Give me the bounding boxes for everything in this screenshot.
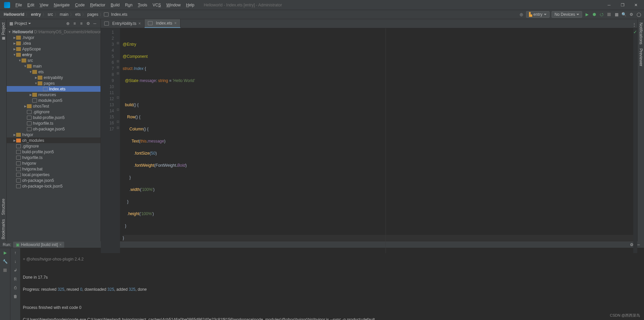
run-toolbar-left2: ↑ ↓ ↲ ⎘ ⎙ 🗑 — [10, 248, 20, 320]
tree-item[interactable]: module.json5 — [7, 97, 100, 103]
run-button[interactable]: ▶ — [584, 12, 590, 17]
device-dropdown[interactable]: No Devices — [552, 11, 582, 18]
left-tool-strip: ▦ Project Structure Bookmarks — [0, 19, 7, 241]
menu-run[interactable]: Run — [122, 3, 135, 7]
tree-item[interactable]: .gitignore — [7, 143, 100, 149]
tree-item[interactable]: ets — [7, 69, 100, 75]
maximize-button[interactable]: ❐ — [616, 1, 629, 9]
menu-code[interactable]: Code — [72, 3, 87, 7]
menu-vcs[interactable]: VCS — [150, 3, 164, 7]
panel-title: Project — [14, 21, 27, 26]
collapse-all-icon[interactable]: ≡ — [78, 21, 84, 27]
run-tab[interactable]: ▣Helloworld [build init]× — [13, 242, 64, 248]
tree-item[interactable]: oh_modules — [7, 137, 100, 143]
breadcrumb[interactable]: entry — [30, 12, 42, 17]
tree-item[interactable]: .hvigor — [7, 35, 100, 40]
close-icon[interactable]: × — [59, 242, 62, 247]
ets-file-icon — [148, 21, 153, 25]
fold-gutter[interactable]: ⊟⊟⊟⊟⊡⊡⊡⊡ — [116, 28, 120, 253]
bookmarks-tool-button[interactable]: Bookmarks — [1, 217, 6, 241]
ts-file-icon — [104, 22, 109, 26]
tree-item[interactable]: build-profile.json5 — [7, 149, 100, 155]
print-icon[interactable]: ⎙ — [12, 284, 19, 291]
tree-item[interactable]: hvigorw — [7, 160, 100, 166]
error-stripe[interactable]: ✓ — [633, 28, 637, 253]
console-output[interactable]: + @ohos/hvigor-ohos-plugin 2.4.2 Done in… — [20, 248, 644, 320]
tree-item[interactable]: oh-package.json5 — [7, 126, 100, 132]
close-icon[interactable]: × — [138, 21, 141, 26]
editor-area: EntryAbility.ts× Index.ets× ⋮ 1234567891… — [101, 19, 637, 241]
panel-settings-icon[interactable]: ⚙ — [85, 21, 91, 27]
tab-entryability[interactable]: EntryAbility.ts× — [101, 19, 145, 28]
tree-item[interactable]: ohosTest — [7, 103, 100, 109]
breadcrumb[interactable]: Helloworld — [3, 12, 25, 17]
breadcrumb[interactable]: pages — [86, 12, 99, 17]
hide-panel-icon[interactable]: ─ — [92, 21, 98, 27]
device-manager-icon[interactable]: ▦ — [614, 12, 619, 17]
target-icon[interactable]: ◎ — [519, 12, 524, 17]
breadcrumb[interactable]: src — [47, 12, 54, 17]
coverage-button[interactable]: ⭯ — [599, 12, 604, 17]
code-editor[interactable]: 1234567891011121314151617 ⊟⊟⊟⊟⊡⊡⊡⊡ @Entr… — [101, 28, 637, 253]
editor-menu-icon[interactable]: ⋮ — [631, 22, 637, 28]
tree-item[interactable]: resources — [7, 92, 100, 97]
tree-item[interactable]: oh-package.json5 — [7, 177, 100, 183]
up-icon[interactable]: ↑ — [12, 249, 19, 256]
tree-item[interactable]: hvigorfile.ts — [7, 155, 100, 160]
tree-item[interactable]: hvigorfile.ts — [7, 120, 100, 126]
tree-item[interactable]: AppScope — [7, 46, 100, 52]
structure-tool-button[interactable]: Structure — [1, 197, 6, 217]
tree-item[interactable]: src — [7, 57, 100, 63]
stop-button[interactable] — [606, 12, 612, 17]
menu-navigate[interactable]: Navigate — [51, 3, 72, 7]
close-icon[interactable]: × — [174, 21, 177, 26]
clear-icon[interactable]: 🗑 — [12, 293, 19, 300]
down-icon[interactable]: ↓ — [12, 258, 19, 265]
menu-refactor[interactable]: Refactor — [87, 3, 108, 7]
settings-icon[interactable]: ⚙ — [629, 12, 634, 17]
expand-all-icon[interactable]: ≡ — [72, 21, 78, 27]
menu-tools[interactable]: Tools — [135, 3, 150, 7]
avatar-icon[interactable]: ◯ — [636, 12, 641, 17]
tree-item[interactable]: entry — [7, 52, 100, 57]
rerun-icon[interactable]: ▶ — [2, 249, 8, 256]
menu-file[interactable]: File — [13, 3, 25, 7]
tree-item[interactable]: main — [7, 63, 100, 69]
menu-edit[interactable]: Edit — [25, 3, 37, 7]
run-config-dropdown[interactable]: ▙entry — [526, 11, 550, 18]
breadcrumb[interactable]: Index.ets — [110, 12, 128, 17]
tree-root[interactable]: Helloworld D:\HarmonyOS_Documents\Hellow… — [7, 29, 100, 35]
previewer-tool-button[interactable]: Previewer — [639, 46, 643, 68]
search-icon[interactable]: 🔍 — [621, 12, 627, 17]
notifications-tool-button[interactable]: Notifications — [639, 21, 643, 46]
menu-build[interactable]: Build — [108, 3, 122, 7]
tool-icon[interactable]: 🔧 — [2, 258, 8, 265]
tree-item[interactable]: .gitignore — [7, 109, 100, 115]
scroll-icon[interactable]: ⎘ — [12, 276, 19, 282]
stop-icon[interactable] — [2, 267, 8, 274]
tab-index-ets[interactable]: Index.ets× — [145, 19, 180, 28]
breadcrumb[interactable]: main — [59, 12, 70, 17]
tree-item[interactable]: entryability — [7, 75, 100, 80]
project-tool-button[interactable]: ▦ Project — [1, 21, 6, 43]
tree-item-selected[interactable]: Index.ets — [7, 86, 100, 92]
project-tree[interactable]: Helloworld D:\HarmonyOS_Documents\Hellow… — [7, 28, 100, 241]
menu-help[interactable]: Help — [183, 3, 197, 7]
tree-item[interactable]: local.properties — [7, 172, 100, 177]
tree-item[interactable]: hvigorw.bat — [7, 166, 100, 172]
tree-item[interactable]: .idea — [7, 40, 100, 46]
tree-item[interactable]: pages — [7, 80, 100, 86]
close-button[interactable]: ✕ — [629, 1, 643, 9]
minimize-button[interactable]: ─ — [602, 1, 616, 9]
debug-button[interactable]: ⬢ — [592, 12, 597, 17]
menu-window[interactable]: Window — [164, 3, 184, 7]
breadcrumb[interactable]: ets — [74, 12, 82, 17]
menu-view[interactable]: View — [37, 3, 51, 7]
nav-bar: Helloworld〉 entry〉 src〉 main〉 ets〉 pages… — [0, 10, 644, 19]
code-content[interactable]: @Entry @Component struct Index { @State … — [120, 28, 633, 253]
tree-item[interactable]: oh-package-lock.json5 — [7, 183, 100, 189]
locate-icon[interactable]: ⊕ — [65, 21, 71, 27]
tree-item[interactable]: hvigor — [7, 132, 100, 137]
tree-item[interactable]: build-profile.json5 — [7, 115, 100, 120]
wrap-icon[interactable]: ↲ — [12, 267, 19, 274]
